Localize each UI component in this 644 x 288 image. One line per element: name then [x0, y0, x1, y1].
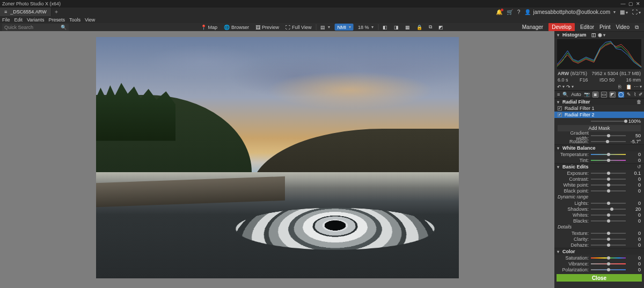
shadows-slider[interactable]: Shadows:20 [554, 206, 644, 212]
search-input[interactable]: Quick Search 🔍 [2, 24, 69, 31]
exposure-slider[interactable]: Exposure:0.1 [554, 170, 644, 176]
color-mode-button[interactable]: NMI [334, 24, 354, 31]
zoom-level[interactable]: 18 % [356, 24, 376, 31]
contrast-slider[interactable]: Contrast:0 [554, 176, 644, 182]
mode-video[interactable]: Video [616, 24, 630, 30]
histogram-header[interactable]: Histogram ◫ ◉ [554, 31, 644, 38]
whitepoint-slider[interactable]: White point:0 [554, 182, 644, 188]
histogram-mode-icon[interactable]: ◫ [591, 32, 597, 38]
delete-filter-icon[interactable]: 🗑 [636, 99, 641, 105]
canvas-area[interactable] [0, 31, 554, 288]
gradient-tool-icon[interactable]: ◩ [610, 92, 616, 98]
straighten-tool-icon[interactable]: ▭ [601, 92, 607, 98]
saturation-slider[interactable]: Saturation:0 [554, 255, 644, 261]
details-label: Details [554, 224, 644, 230]
close-window-button[interactable]: ✕ [634, 1, 642, 6]
lock-icon[interactable]: 🔒 [414, 24, 425, 31]
notifications-icon[interactable]: 🔔 [496, 9, 502, 15]
camera-icon[interactable]: 📷 [584, 92, 590, 98]
app-title: Zoner Photo Studio X (x64) [2, 1, 61, 6]
mode-manager[interactable]: Manager [522, 24, 543, 30]
retouch-tool-icon[interactable]: ⌇ [634, 92, 636, 98]
tabbar: ≡ _DSC6554.ARW ＋ 🔔 🛒 ? 👤 jamesabbottphot… [0, 8, 644, 16]
fullview-button[interactable]: ⛶ Full View [283, 24, 313, 31]
minimize-button[interactable]: — [619, 1, 627, 6]
reset-basic-icon[interactable]: ↺ [637, 164, 641, 169]
color-header[interactable]: Color [554, 248, 644, 255]
menu-file[interactable]: File [2, 17, 10, 23]
history-options-icon[interactable]: ⋯ [635, 84, 641, 90]
copy-settings-icon[interactable]: ⎘ [617, 84, 623, 90]
menu-edit[interactable]: Edit [14, 17, 23, 23]
before-after-icon[interactable]: ◩ [436, 24, 445, 31]
view-tools: 📍 Map 🌐 Browser 🖼 Preview ⛶ Full View ▤ … [199, 24, 446, 31]
eyedropper-tool-icon[interactable]: ✐ [639, 92, 643, 98]
menu-view[interactable]: View [85, 17, 95, 23]
basic-header[interactable]: Basic Edits↺ [554, 163, 644, 170]
tab-menu-icon[interactable]: ≡ [4, 9, 7, 14]
cart-icon[interactable]: 🛒 [507, 9, 513, 15]
browser-button[interactable]: 🌐 Browser [222, 24, 251, 31]
shadow-clip-icon[interactable]: ◨ [392, 24, 401, 31]
histogram-options-icon[interactable]: ◉ [599, 32, 605, 38]
mode-editor[interactable]: Editor [580, 24, 594, 30]
crop-tool-icon[interactable]: ▣ [592, 92, 598, 98]
histogram [557, 39, 641, 69]
magnifier-icon[interactable]: 🔍 [562, 92, 568, 98]
menubar: File Edit Variants Presets Tools View [0, 16, 644, 23]
paste-settings-icon[interactable]: 📋 [626, 84, 632, 90]
menu-presets[interactable]: Presets [48, 17, 65, 23]
map-button[interactable]: 📍 Map [199, 24, 220, 31]
auto-button[interactable]: Auto [571, 92, 581, 97]
tint-slider[interactable]: Tint:0 [554, 157, 644, 163]
develop-panel: Histogram ◫ ◉ ARW (8/2/75) 7952 x 5304 (… [554, 31, 644, 288]
mode-print[interactable]: Print [599, 24, 611, 30]
dynamic-range-label: Dynamic range [554, 194, 644, 200]
brush-tool-icon[interactable]: ✎ [627, 92, 631, 98]
menu-tools[interactable]: Tools [69, 17, 80, 23]
grid-icon[interactable]: ▦ [403, 24, 412, 31]
close-button[interactable]: Close [557, 274, 642, 282]
polarization-slider[interactable]: Polarization:0 [554, 267, 644, 272]
temperature-slider[interactable]: Temperature:0 [554, 151, 644, 157]
toolbar: Quick Search 🔍 📍 Map 🌐 Browser 🖼 Preview… [0, 23, 644, 31]
radial-header[interactable]: Radial Filter 🗑 [554, 98, 644, 105]
blackpoint-slider[interactable]: Black point:0 [554, 188, 644, 194]
blacks-slider[interactable]: Blacks:0 [554, 218, 644, 224]
external-open-icon[interactable]: ⧉ [635, 24, 639, 31]
gradient-width-slider[interactable]: Gradient width:50 [554, 132, 644, 138]
tool-strip: ≡ 🔍 Auto 📷 ▣ ▭ ◩ ◯ ✎ ⌇ ✐ [554, 91, 644, 98]
mode-develop[interactable]: Develop [548, 23, 575, 31]
new-tab-button[interactable]: ＋ [52, 8, 61, 16]
wb-header[interactable]: White Balance [554, 144, 644, 151]
maximize-button[interactable]: ▢ [627, 1, 634, 6]
highlight-clip-icon[interactable]: ◧ [380, 24, 390, 31]
texture-slider[interactable]: Texture:0 [554, 230, 644, 236]
radial-filter-2[interactable]: ✓Radial Filter 2 [554, 112, 644, 118]
fullscreen-icon[interactable]: ⛶ [632, 9, 641, 15]
help-icon[interactable]: ? [517, 9, 521, 15]
crop-ratio-button[interactable]: ▤ [318, 24, 332, 31]
vibrance-slider[interactable]: Vibrance:0 [554, 261, 644, 267]
clarity-slider[interactable]: Clarity:0 [554, 236, 644, 242]
layout-preset-icon[interactable]: ▦ [620, 9, 628, 15]
rotation-slider[interactable]: Rotation:-5.7° [554, 138, 644, 144]
redo-icon[interactable]: ↷ [567, 84, 573, 90]
dehaze-slider[interactable]: Dehaze:0 [554, 242, 644, 248]
presets-icon[interactable]: ≡ [557, 92, 560, 98]
undo-icon[interactable]: ↶ [558, 84, 564, 90]
lights-slider[interactable]: Lights:0 [554, 200, 644, 206]
radial-tool-icon[interactable]: ◯ [618, 92, 624, 98]
radial-title: Radial Filter [562, 99, 590, 105]
titlebar: Zoner Photo Studio X (x64) — ▢ ✕ [0, 0, 644, 8]
whites-slider[interactable]: Whites:0 [554, 212, 644, 218]
menu-variants[interactable]: Variants [27, 17, 44, 23]
preview-button[interactable]: 🖼 Preview [253, 24, 281, 31]
filter-strength-slider[interactable]: 100% [554, 118, 644, 124]
compare-icon[interactable]: ⧉ [427, 24, 434, 31]
account-email: jamesabbottphoto@outlook.com [533, 9, 610, 15]
document-tab[interactable]: ≡ _DSC6554.ARW [0, 8, 52, 16]
radial-filter-1[interactable]: ✓Radial Filter 1 [554, 105, 644, 112]
file-meta-row1: ARW (8/2/75) 7952 x 5304 (81.7 MB) [554, 70, 644, 77]
account-menu[interactable]: 👤 jamesabbottphoto@outlook.com [524, 9, 616, 15]
